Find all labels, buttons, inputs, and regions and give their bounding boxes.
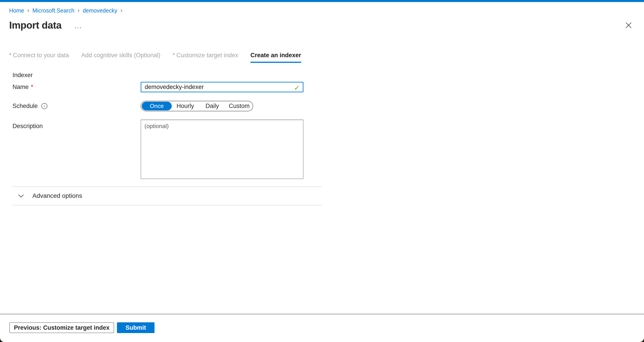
tab-connect-to-your-data[interactable]: *Connect to your data [9, 52, 69, 63]
chevron-down-icon [18, 194, 24, 198]
tab-create-an-indexer[interactable]: Create an indexer [250, 52, 301, 63]
description-row: Description [12, 120, 644, 179]
import-data-panel: Home › Microsoft.Search › demovedecky › … [0, 0, 644, 342]
chevron-right-icon: › [78, 8, 80, 14]
name-label: Name * [12, 84, 141, 90]
schedule-option-hourly[interactable]: Hourly [172, 102, 199, 110]
footer-actions: Previous: Customize target index Submit [10, 322, 154, 333]
breadcrumb-microsoft-search[interactable]: Microsoft.Search [32, 8, 74, 14]
advanced-options-label: Advanced options [32, 192, 82, 200]
tab-label: Connect to your data [13, 52, 69, 58]
submit-button[interactable]: Submit [117, 322, 154, 333]
advanced-options-section: Advanced options [12, 186, 322, 206]
indexer-form: Indexer Name * ✓ Schedule i Once Hourly … [12, 72, 644, 179]
tab-label: Create an indexer [250, 52, 301, 58]
schedule-label: Schedule i [12, 102, 141, 110]
page-header: Import data ... [9, 20, 644, 31]
tab-label: Customize target index [176, 52, 238, 58]
description-label: Description [12, 123, 141, 130]
page-title: Import data [9, 20, 62, 31]
footer-divider [0, 314, 644, 314]
breadcrumb-demovedecky[interactable]: demovedecky [83, 8, 117, 14]
description-textarea[interactable] [141, 120, 304, 179]
close-button[interactable] [625, 22, 632, 29]
chevron-right-icon: › [120, 8, 122, 14]
breadcrumb-home[interactable]: Home [9, 8, 24, 14]
schedule-row: Schedule i Once Hourly Daily Custom [12, 101, 644, 111]
schedule-option-daily[interactable]: Daily [199, 102, 226, 110]
tab-customize-target-index[interactable]: *Customize target index [173, 52, 238, 63]
previous-button[interactable]: Previous: Customize target index [10, 322, 114, 333]
tab-label: Add cognitive skills (Optional) [81, 52, 160, 58]
schedule-option-custom[interactable]: Custom [226, 102, 253, 110]
wizard-tabs: *Connect to your data Add cognitive skil… [9, 52, 644, 63]
info-icon[interactable]: i [41, 103, 48, 109]
name-row: Name * ✓ [12, 82, 644, 92]
schedule-toggle-group: Once Hourly Daily Custom [141, 101, 253, 111]
accent-top-bar [0, 0, 644, 2]
required-marker: * [9, 52, 12, 58]
required-marker: * [173, 52, 175, 58]
tab-add-cognitive-skills[interactable]: Add cognitive skills (Optional) [81, 52, 160, 63]
divider [12, 205, 322, 206]
schedule-option-once[interactable]: Once [142, 102, 172, 110]
indexer-name-input[interactable] [141, 82, 304, 92]
section-label-indexer: Indexer [12, 72, 644, 79]
breadcrumb: Home › Microsoft.Search › demovedecky › [9, 8, 644, 14]
more-options-icon[interactable]: ... [74, 24, 82, 28]
close-icon [625, 22, 632, 28]
required-asterisk: * [31, 84, 33, 90]
chevron-right-icon: › [27, 8, 29, 14]
advanced-options-toggle[interactable]: Advanced options [12, 187, 322, 205]
